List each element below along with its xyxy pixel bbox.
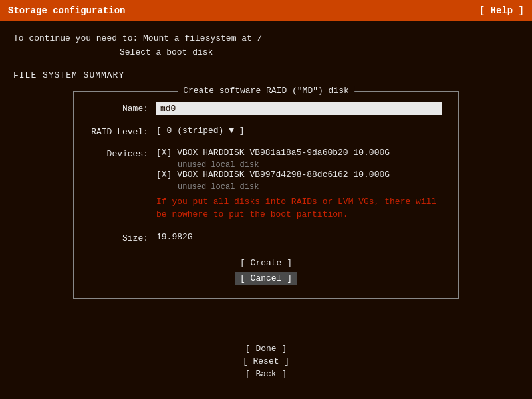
devices-label: Devices: (90, 149, 156, 159)
warning-text: If you put all disks into RAIDs or LVM V… (156, 196, 442, 221)
size-value: 19.982G (156, 232, 193, 242)
device-1-sublabel: unused local disk (178, 160, 442, 170)
raid-level-row: RAID Level: [ 0 (striped) ▼ ] (90, 126, 442, 137)
size-label: Size: (90, 233, 156, 243)
dialog-title: Create software RAID ("MD") disk (178, 86, 354, 96)
fs-summary-label: FILE SYSTEM SUMMARY (13, 70, 519, 80)
top-message-line1: To continue you need to: Mount a filesys… (13, 32, 519, 46)
name-label: Name: (90, 104, 156, 114)
back-button[interactable]: [ Back ] (245, 369, 287, 379)
help-button[interactable]: [ Help ] (479, 5, 524, 16)
device-2-name: VBOX_HARDDISK_VB997d4298-88dc6162 10.000… (177, 170, 390, 180)
name-field[interactable]: md0 (156, 102, 442, 115)
top-message-line2: Select a boot disk (13, 46, 519, 60)
device-1-checkbox[interactable]: [X] (156, 148, 177, 158)
device-2-checkbox[interactable]: [X] (156, 170, 177, 180)
create-button[interactable]: [ Create ] (235, 257, 297, 269)
top-message: To continue you need to: Mount a filesys… (13, 32, 519, 60)
warning-line2: be nowhere to put the boot partition. (156, 209, 348, 219)
app-title: Storage configuration (8, 5, 125, 16)
bottom-nav: [ Done ] [ Reset ] [ Back ] (0, 344, 532, 379)
warning-line1: If you put all disks into RAIDs or LVM V… (156, 197, 436, 207)
main-content: To continue you need to: Mount a filesys… (0, 21, 532, 309)
raid-level-control[interactable]: [ 0 (striped) ▼ ] (156, 126, 442, 136)
devices-list: [X] VBOX_HARDDISK_VB981a18a5-9da60b20 10… (156, 148, 442, 221)
reset-button[interactable]: [ Reset ] (243, 356, 289, 366)
device-2: [X] VBOX_HARDDISK_VB997d4298-88dc6162 10… (156, 170, 442, 180)
dialog-buttons: [ Create ] [ Cancel ] (90, 257, 442, 285)
name-row: Name: md0 (90, 102, 442, 115)
name-input[interactable]: md0 (156, 102, 442, 115)
create-raid-dialog: Create software RAID ("MD") disk Name: m… (73, 91, 459, 299)
size-row: Size: 19.982G (90, 232, 442, 243)
device-1-name: VBOX_HARDDISK_VB981a18a5-9da60b20 10.000… (177, 148, 390, 158)
device-2-sublabel: unused local disk (178, 182, 442, 192)
raid-level-dropdown[interactable]: [ 0 (striped) ▼ ] (156, 126, 245, 136)
done-button[interactable]: [ Done ] (245, 344, 287, 354)
header-bar: Storage configuration [ Help ] (0, 0, 532, 21)
raid-label: RAID Level: (90, 127, 156, 137)
device-1: [X] VBOX_HARDDISK_VB981a18a5-9da60b20 10… (156, 148, 442, 158)
devices-row: Devices: [X] VBOX_HARDDISK_VB981a18a5-9d… (90, 148, 442, 221)
cancel-button[interactable]: [ Cancel ] (235, 272, 297, 285)
